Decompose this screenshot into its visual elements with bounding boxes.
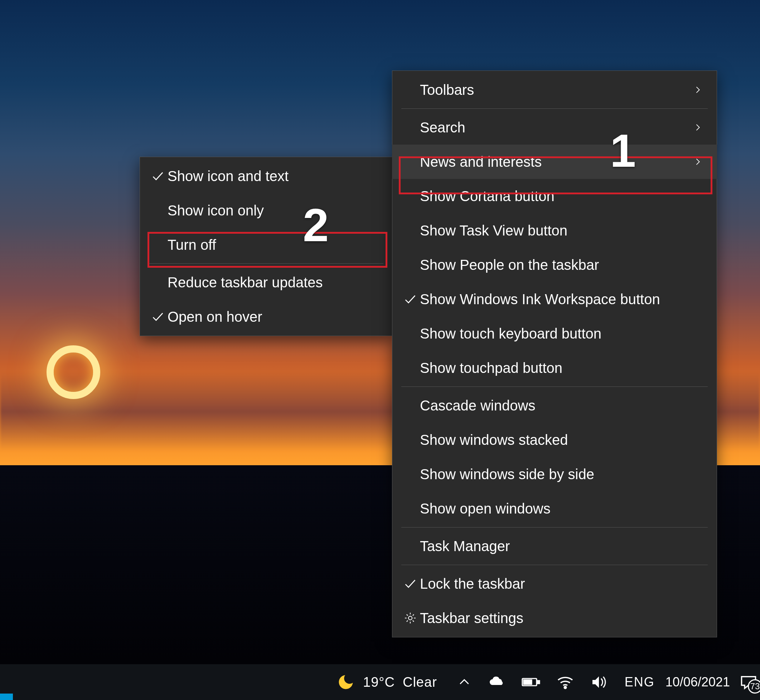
menu-separator <box>401 565 708 565</box>
moon-icon <box>336 673 355 691</box>
menu-item-news-and-interests[interactable]: News and interests <box>392 145 717 179</box>
wallpaper-sun <box>47 345 100 399</box>
weather-condition: Clear <box>403 675 437 690</box>
menu-item-show-touchpad[interactable]: Show touchpad button <box>392 351 717 385</box>
svg-point-0 <box>408 616 412 620</box>
menu-label: Show People on the taskbar <box>420 257 705 273</box>
menu-item-lock-the-taskbar[interactable]: Lock the taskbar <box>392 567 717 601</box>
menu-item-show-ink-workspace[interactable]: Show Windows Ink Workspace button <box>392 282 717 316</box>
svg-rect-3 <box>524 680 532 684</box>
menu-label: Search <box>420 120 693 136</box>
menu-label: Show Cortana button <box>420 188 705 204</box>
submenu-item-turn-off[interactable]: Turn off <box>140 228 393 262</box>
notification-count-badge: 73 <box>748 679 760 694</box>
menu-label: News and interests <box>420 154 693 170</box>
taskbar-weather[interactable]: 19°C Clear <box>327 664 447 700</box>
menu-item-show-cortana[interactable]: Show Cortana button <box>392 179 717 213</box>
taskbar-start-stub[interactable] <box>0 694 13 700</box>
submenu-item-show-icon-only[interactable]: Show icon only <box>140 193 393 228</box>
menu-label: Show open windows <box>420 501 705 517</box>
menu-item-show-windows-stacked[interactable]: Show windows stacked <box>392 423 717 457</box>
menu-item-show-open-windows[interactable]: Show open windows <box>392 491 717 526</box>
volume-icon[interactable] <box>590 674 607 690</box>
menu-separator <box>401 386 708 387</box>
menu-item-taskbar-settings[interactable]: Taskbar settings <box>392 601 717 635</box>
check-icon <box>400 577 420 591</box>
taskbar[interactable]: 19°C Clear ENG 10/06/2021 73 <box>0 664 760 700</box>
menu-label: Show windows stacked <box>420 432 705 448</box>
menu-label: Show Task View button <box>420 223 705 239</box>
menu-item-show-task-view[interactable]: Show Task View button <box>392 213 717 248</box>
svg-point-4 <box>564 686 566 689</box>
menu-label: Show windows side by side <box>420 466 705 483</box>
menu-separator <box>149 263 383 264</box>
tray-overflow-chevron-icon[interactable] <box>457 675 471 689</box>
submenu-news-and-interests: Show icon and text Show icon only Turn o… <box>140 157 393 336</box>
menu-item-search[interactable]: Search <box>392 110 717 145</box>
menu-label: Toolbars <box>420 82 693 98</box>
taskbar-date[interactable]: 10/06/2021 <box>662 675 737 690</box>
menu-label: Cascade windows <box>420 398 705 414</box>
menu-item-show-touch-keyboard[interactable]: Show touch keyboard button <box>392 316 717 351</box>
menu-label: Show Windows Ink Workspace button <box>420 291 705 308</box>
menu-label: Show touch keyboard button <box>420 326 705 342</box>
chevron-right-icon <box>693 155 705 169</box>
submenu-item-reduce-updates[interactable]: Reduce taskbar updates <box>140 265 393 300</box>
taskbar-language[interactable]: ENG <box>618 675 662 690</box>
submenu-label: Turn off <box>167 237 380 253</box>
menu-item-show-people[interactable]: Show People on the taskbar <box>392 248 717 282</box>
submenu-item-show-icon-and-text[interactable]: Show icon and text <box>140 159 393 193</box>
onedrive-icon[interactable] <box>488 675 505 689</box>
submenu-item-open-on-hover[interactable]: Open on hover <box>140 300 393 334</box>
system-tray <box>447 664 618 700</box>
menu-label: Task Manager <box>420 538 705 554</box>
menu-separator <box>401 527 708 528</box>
taskbar-context-menu: Toolbars Search News and interests Show … <box>392 70 717 638</box>
check-icon <box>400 292 420 306</box>
menu-item-cascade-windows[interactable]: Cascade windows <box>392 388 717 423</box>
submenu-label: Open on hover <box>167 309 380 325</box>
check-icon <box>148 309 167 324</box>
submenu-label: Reduce taskbar updates <box>167 275 380 291</box>
menu-item-toolbars[interactable]: Toolbars <box>392 73 717 107</box>
submenu-label: Show icon and text <box>167 168 380 184</box>
submenu-label: Show icon only <box>167 203 380 219</box>
menu-label: Lock the taskbar <box>420 576 705 592</box>
menu-item-show-windows-side-by-side[interactable]: Show windows side by side <box>392 457 717 491</box>
check-icon <box>148 169 167 183</box>
menu-label: Taskbar settings <box>420 610 705 626</box>
chevron-right-icon <box>693 120 705 134</box>
battery-icon[interactable] <box>522 675 540 689</box>
menu-separator <box>401 108 708 109</box>
menu-label: Show touchpad button <box>420 360 705 376</box>
action-center-icon[interactable]: 73 <box>737 672 760 692</box>
menu-item-task-manager[interactable]: Task Manager <box>392 529 717 563</box>
chevron-right-icon <box>693 83 705 97</box>
wifi-icon[interactable] <box>557 675 574 689</box>
weather-temp: 19°C <box>363 675 395 690</box>
gear-icon <box>400 611 420 625</box>
svg-rect-2 <box>537 681 540 684</box>
